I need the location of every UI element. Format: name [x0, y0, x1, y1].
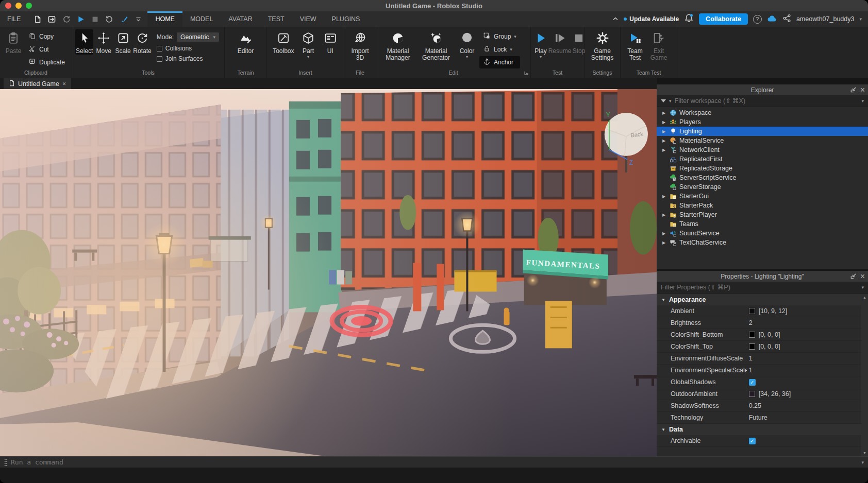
checkbox-checked-icon[interactable]: ✓ [749, 438, 756, 444]
property-row-colorshift-bottom[interactable]: ColorShift_Bottom[0, 0, 0] [657, 329, 861, 341]
color-swatch[interactable] [749, 343, 755, 350]
checkbox-checked-icon[interactable]: ✓ [749, 379, 756, 386]
collaborate-button[interactable]: Collaborate [699, 13, 748, 25]
undo-icon[interactable] [103, 13, 115, 25]
color-swatch[interactable] [749, 391, 755, 397]
tab-plugins[interactable]: PLUGINS [324, 11, 368, 27]
property-row-environmentspecularscale[interactable]: EnvironmentSpecularScale1 [657, 365, 861, 376]
explorer-item-soundservice[interactable]: ▶SoundService [657, 229, 868, 238]
scroll-up-icon[interactable]: ▲ [863, 296, 866, 299]
property-row-ambient[interactable]: Ambient[10, 9, 12] [657, 305, 861, 317]
username[interactable]: ameowth07_buddy3 [796, 15, 855, 23]
select-tool-button[interactable]: Select [75, 29, 93, 55]
scroll-down-icon[interactable]: ▼ [863, 451, 866, 455]
explorer-filter-input[interactable] [675, 97, 859, 105]
explorer-item-replicatedfirst[interactable]: ReplicatedFirst [657, 154, 868, 164]
explorer-item-textchatservice[interactable]: ▶TextChatService [657, 238, 868, 247]
tab-model[interactable]: MODEL [182, 11, 221, 27]
game-settings-button[interactable]: Game Settings [588, 29, 617, 61]
anchor-button[interactable]: Anchor [479, 56, 520, 68]
explorer-item-serverscriptservice[interactable]: ServerScriptService [657, 173, 868, 182]
property-row-environmentdiffusescale[interactable]: EnvironmentDiffuseScale1 [657, 353, 861, 365]
color-swatch[interactable] [749, 332, 755, 338]
viewport-3d-scene[interactable]: FUNDAMENTALS [0, 89, 657, 456]
open-file-icon[interactable] [45, 13, 58, 25]
property-row-outdoorambient[interactable]: OutdoorAmbient[34, 26, 36] [657, 388, 861, 400]
stop-button[interactable]: Stop [572, 29, 586, 55]
copy-button[interactable]: Copy [25, 30, 69, 43]
cloud-sync-icon[interactable] [767, 14, 777, 24]
rotate-tool-button[interactable]: Rotate [133, 29, 151, 55]
username-caret-icon[interactable]: ▾ [859, 16, 862, 22]
float-panel-icon[interactable] [850, 272, 856, 281]
explorer-item-startergui[interactable]: ▶StarterGui [657, 192, 868, 201]
property-row-archivable[interactable]: Archivable✓ [657, 435, 861, 447]
section-data[interactable]: ▼Data [657, 424, 861, 435]
redo-icon[interactable] [60, 13, 72, 25]
lock-button[interactable]: Lock▾ [479, 43, 520, 56]
join-surfaces-checkbox[interactable]: Join Surfaces [157, 55, 219, 62]
property-row-colorshift-top[interactable]: ColorShift_Top[0, 0, 0] [657, 341, 861, 353]
qat-play-icon[interactable] [74, 13, 87, 25]
explorer-item-starterplayer[interactable]: ▶StarterPlayer [657, 210, 868, 219]
explorer-item-serverstorage[interactable]: ServerStorage [657, 182, 868, 192]
property-row-technology[interactable]: TechnologyFuture [657, 412, 861, 424]
color-caret-icon[interactable]: ▾ [466, 56, 468, 59]
share-icon[interactable] [782, 14, 791, 24]
close-panel-icon[interactable]: × [860, 272, 865, 281]
cut-button[interactable]: Cut [25, 43, 69, 56]
update-available[interactable]: Update Available [624, 15, 679, 23]
team-test-button[interactable]: Team Test [624, 29, 646, 61]
scale-tool-button[interactable]: Scale [114, 29, 132, 55]
command-bar-caret-icon[interactable]: ▾ [861, 460, 864, 465]
part-caret-icon[interactable]: ▾ [307, 56, 309, 59]
group-caret-icon[interactable]: ▾ [514, 34, 516, 39]
float-panel-icon[interactable] [850, 85, 856, 95]
section-appearance[interactable]: ▼Appearance [657, 294, 861, 305]
group-button[interactable]: Group▾ [479, 30, 520, 43]
color-swatch[interactable] [749, 308, 755, 314]
terrain-editor-button[interactable]: Editor [231, 29, 260, 55]
part-button[interactable]: Part ▾ [298, 29, 319, 59]
explorer-item-lighting[interactable]: ▶Lighting [657, 127, 868, 136]
properties-filter-input[interactable] [661, 284, 858, 291]
explorer-item-materialservice[interactable]: ▶MaterialService [657, 136, 868, 145]
doc-tab-untitled-game[interactable]: Untitled Game × [4, 78, 71, 89]
help-icon[interactable]: ? [753, 15, 762, 24]
file-menu[interactable]: FILE [0, 11, 28, 27]
import-3d-button[interactable]: Import 3D [349, 29, 372, 61]
tab-view[interactable]: VIEW [292, 11, 324, 27]
explorer-item-players[interactable]: ▶Players [657, 117, 868, 127]
command-input[interactable] [11, 458, 858, 466]
property-row-brightness[interactable]: Brightness2 [657, 317, 861, 329]
close-panel-icon[interactable]: × [860, 85, 865, 95]
duplicate-button[interactable]: Duplicate [25, 56, 69, 68]
move-tool-button[interactable]: Move [94, 29, 112, 55]
qat-customize-caret-icon[interactable] [132, 13, 144, 25]
paste-button[interactable]: Paste [3, 29, 24, 55]
lock-caret-icon[interactable]: ▾ [510, 47, 512, 52]
explorer-item-workspace[interactable]: ▶Workspace [657, 108, 868, 117]
material-generator-button[interactable]: Material Generator [418, 29, 455, 61]
close-window-button[interactable] [5, 3, 11, 9]
notifications-bell-icon[interactable] [684, 13, 694, 25]
collapse-ribbon-icon[interactable] [612, 15, 619, 23]
properties-scrollbar[interactable]: ▲ ▼ [861, 294, 868, 456]
material-manager-button[interactable]: Material Manager [379, 29, 416, 61]
explorer-item-starterpack[interactable]: StarterPack [657, 201, 868, 210]
tab-test[interactable]: TEST [260, 11, 292, 27]
toolbox-button[interactable]: Toolbox [270, 29, 297, 55]
play-button[interactable]: Play ▾ [534, 29, 547, 59]
qat-stop-icon[interactable] [89, 13, 101, 25]
explorer-item-networkclient[interactable]: ▶NetworkClient [657, 145, 868, 154]
explorer-filter[interactable]: ▾ ▾ [657, 95, 868, 107]
exit-game-button[interactable]: Exit Game [647, 29, 670, 61]
doc-tab-close-icon[interactable]: × [62, 80, 66, 88]
edit-dialog-launcher-icon[interactable] [524, 71, 529, 77]
ui-button[interactable]: UI [320, 29, 341, 55]
property-row-shadowsoftness[interactable]: ShadowSoftness0.25 [657, 400, 861, 412]
command-bar[interactable]: ▾ [0, 456, 868, 468]
resume-button[interactable]: Resume [548, 29, 571, 55]
color-button[interactable]: Color ▾ [456, 29, 478, 59]
plugin-tool-icon[interactable] [118, 13, 130, 25]
